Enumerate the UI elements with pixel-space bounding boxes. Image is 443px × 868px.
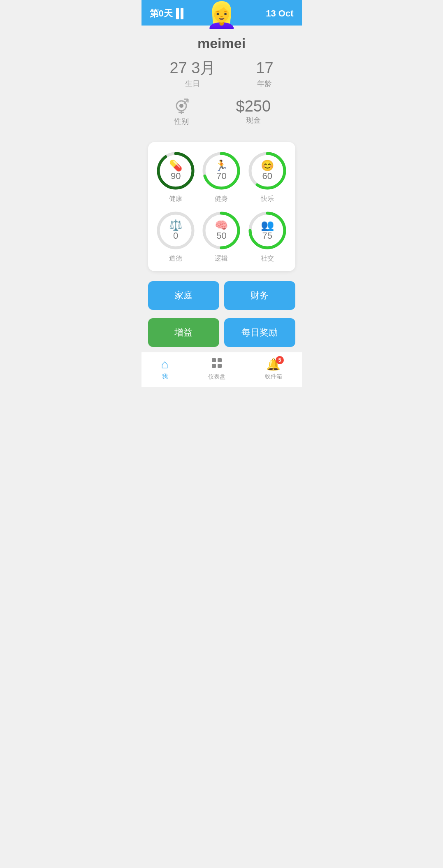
- age-value: 17: [256, 60, 273, 77]
- cash-label: 现金: [236, 115, 271, 125]
- circle-container: 👥 75: [247, 210, 288, 251]
- svg-rect-10: [218, 364, 222, 368]
- circle-label: 逻辑: [200, 254, 243, 263]
- nav-inbox-label: 收件箱: [265, 373, 282, 380]
- profile-row2: 性别 $250 现金: [150, 97, 294, 126]
- circle-label: 快乐: [246, 195, 288, 203]
- circle-number: 0: [173, 230, 178, 241]
- circle-emoji: 🏃: [215, 160, 228, 171]
- birthday-label: 生日: [169, 79, 216, 88]
- stat-circle-快乐: 😊 60 快乐: [246, 150, 288, 203]
- profile-stats-row: 27 3月 生日 17 年龄: [150, 60, 294, 88]
- cash-item: $250 现金: [236, 98, 271, 125]
- circle-emoji: 💊: [169, 160, 182, 171]
- circle-inner: 😊 60: [261, 160, 274, 182]
- circle-inner: 🏃 70: [215, 160, 228, 182]
- age-stat: 17 年龄: [256, 60, 273, 88]
- family-button[interactable]: 家庭: [148, 281, 219, 310]
- stat-circle-逻辑: 🧠 50 逻辑: [200, 210, 243, 263]
- nav-inbox[interactable]: 🔔 5 收件箱: [265, 358, 282, 380]
- dashboard-icon: [211, 357, 223, 372]
- svg-rect-7: [212, 358, 216, 362]
- circle-emoji: ⚖️: [169, 220, 182, 230]
- svg-rect-8: [218, 358, 222, 362]
- circle-inner: 💊 90: [169, 160, 182, 182]
- avatar: 👱‍♀️: [206, 2, 237, 28]
- header-date: 13 Oct: [266, 8, 293, 19]
- stat-circle-健身: 🏃 70 健身: [200, 150, 243, 203]
- circle-emoji: 😊: [261, 160, 274, 171]
- svg-rect-9: [212, 364, 216, 368]
- circle-label: 健康: [155, 195, 197, 203]
- circle-label: 健身: [200, 195, 243, 203]
- circle-inner: 👥 75: [261, 220, 274, 241]
- circle-number: 60: [262, 171, 272, 181]
- header-left: 第0天: [150, 7, 183, 20]
- gender-label: 性别: [172, 116, 190, 126]
- inbox-badge: 5: [276, 356, 284, 364]
- day-label: 第0天: [150, 7, 173, 20]
- circle-container: 💊 90: [155, 150, 196, 191]
- finance-button[interactable]: 财务: [224, 281, 295, 310]
- circle-emoji: 🧠: [215, 220, 228, 230]
- buttons-row-2: 增益 每日奖励: [141, 315, 302, 352]
- birthday-stat: 27 3月 生日: [169, 60, 216, 88]
- circle-number: 70: [216, 171, 226, 181]
- circle-label: 道德: [155, 254, 197, 263]
- pause-bar-right: [181, 8, 183, 19]
- circle-container: 🧠 50: [201, 210, 242, 251]
- circle-container: 🏃 70: [201, 150, 242, 191]
- nav-home[interactable]: ⌂ 我: [161, 357, 168, 380]
- daily-reward-button[interactable]: 每日奖励: [224, 318, 295, 347]
- stat-circle-道德: ⚖️ 0 道德: [155, 210, 197, 263]
- stat-circle-健康: 💊 90 健康: [155, 150, 197, 203]
- circle-label: 社交: [246, 254, 288, 263]
- nav-dashboard[interactable]: 仪表盘: [208, 357, 225, 381]
- circle-inner: 🧠 50: [215, 220, 228, 241]
- bottom-nav: ⌂ 我 仪表盘 🔔 5 收件箱: [141, 352, 302, 387]
- pause-bar-left: [176, 8, 179, 19]
- cash-value: $250: [236, 98, 271, 115]
- circle-container: 😊 60: [247, 150, 288, 191]
- gender-item: 性别: [172, 97, 190, 126]
- nav-home-label: 我: [162, 373, 168, 380]
- profile-section: meimei 27 3月 生日 17 年龄: [141, 26, 302, 138]
- age-label: 年龄: [256, 79, 273, 88]
- app-header: 第0天 👱‍♀️ 13 Oct: [141, 0, 302, 26]
- bell-container: 🔔 5: [266, 358, 281, 371]
- circle-emoji: 👥: [261, 220, 274, 230]
- svg-point-1: [179, 104, 183, 108]
- boost-button[interactable]: 增益: [148, 318, 219, 347]
- pause-button[interactable]: [176, 8, 183, 19]
- circle-inner: ⚖️ 0: [169, 220, 182, 241]
- profile-name: meimei: [150, 35, 294, 51]
- circle-number: 90: [171, 171, 181, 181]
- buttons-row-1: 家庭 财务: [141, 278, 302, 313]
- home-icon: ⌂: [161, 357, 168, 371]
- birthday-value: 27 3月: [169, 60, 216, 77]
- stats-grid: 💊 90 健康 🏃 70 健身: [155, 150, 289, 263]
- gender-icon: [172, 97, 190, 115]
- stat-circle-社交: 👥 75 社交: [246, 210, 288, 263]
- circle-container: ⚖️ 0: [155, 210, 196, 251]
- circle-number: 50: [216, 230, 226, 241]
- circle-number: 75: [262, 230, 272, 241]
- stats-card: 💊 90 健康 🏃 70 健身: [148, 142, 295, 271]
- nav-dashboard-label: 仪表盘: [208, 373, 225, 381]
